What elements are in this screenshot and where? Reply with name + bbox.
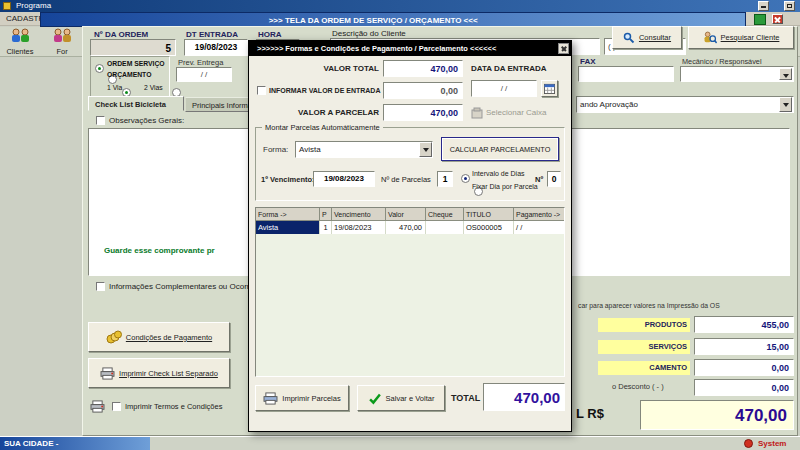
num-dias-field[interactable]: 0 xyxy=(547,171,561,187)
marcar-impressao-text: car para aparecer valores na Impressão d… xyxy=(578,302,720,309)
toolbar-clientes-label: Clientes xyxy=(2,47,38,56)
valor-total-label: VALOR TOTAL xyxy=(301,64,379,73)
termos-printer-icon xyxy=(90,400,105,413)
situacao-combo[interactable]: ando Aprovação xyxy=(576,96,794,113)
servicos-chip: SERVIÇOS xyxy=(598,340,690,354)
grid-header-titulo: TITULO xyxy=(464,208,514,221)
pesquisar-cliente-button[interactable]: Pesquisar Cliente xyxy=(688,26,794,49)
fax-label: FAX xyxy=(580,57,596,66)
parcelas-label: Nº de Parcelas xyxy=(381,175,431,184)
mecanico-combo[interactable] xyxy=(680,66,794,82)
calcular-parcelamento-label: CALCULAR PARCELAMENTO xyxy=(450,145,551,154)
fixar-dia-label: Fixar Dia por Parcela xyxy=(472,183,538,190)
via1-label: 1 Via xyxy=(107,84,122,91)
minimize-icon[interactable] xyxy=(758,1,769,11)
situacao-chevron-down-icon[interactable] xyxy=(779,97,792,112)
num-dias-label: Nº xyxy=(535,175,543,184)
entry-date-field[interactable]: 19/08/2023 xyxy=(184,39,248,56)
informar-entrada-label: INFORMAR VALOR DE ENTRADA xyxy=(269,87,380,94)
condicoes-pagamento-label: Condições de Pagamento xyxy=(126,333,212,342)
close-window-icon[interactable] xyxy=(772,14,783,24)
observacoes-checkbox[interactable] xyxy=(96,116,105,125)
modal-close-icon[interactable] xyxy=(558,43,569,54)
dt-entrada-label: DT ENTRADA xyxy=(186,30,238,39)
printer-icon xyxy=(100,367,115,380)
cell-pagamento: / / xyxy=(514,221,564,234)
produtos-value-field[interactable]: 455,00 xyxy=(694,316,794,333)
selecionar-caixa-button[interactable]: Selecionar Caixa xyxy=(471,104,567,121)
condicoes-pagamento-button[interactable]: Condições de Pagamento xyxy=(88,322,230,352)
status-bar: SUA CIDADE - System xyxy=(0,436,800,450)
status-city: SUA CIDADE - xyxy=(0,437,150,450)
salvar-voltar-button[interactable]: Salvar e Voltar xyxy=(357,385,445,411)
check-icon xyxy=(368,392,382,405)
desconto-value-field[interactable]: 0,00 xyxy=(694,379,794,396)
orcamento-label: ORÇAMENTO xyxy=(107,71,151,78)
consultar-button[interactable]: Consultar xyxy=(612,26,682,49)
toolbar-fornecedores-button[interactable]: For xyxy=(42,28,82,56)
person-search-icon xyxy=(703,31,717,44)
forma-combo[interactable]: Avista xyxy=(295,141,433,158)
valor-entrada-field[interactable]: 0,00 xyxy=(383,82,463,99)
cell-vencimento: 19/08/2023 xyxy=(332,221,386,234)
calendar-button[interactable] xyxy=(541,80,558,97)
chevron-down-icon[interactable] xyxy=(779,68,792,80)
intervalo-dias-radio[interactable] xyxy=(461,174,470,183)
modal-total-field: 470,00 xyxy=(483,383,565,411)
valor-parcelar-label: VALOR A PARCELAR xyxy=(291,108,379,117)
tab-check-list[interactable]: Check List Bicicleta xyxy=(88,96,184,111)
fax-field[interactable] xyxy=(578,66,674,82)
table-row[interactable]: Avista 1 19/08/2023 470,00 OS000005 / / xyxy=(256,221,564,234)
exit-door-icon[interactable] xyxy=(754,14,766,25)
produtos-chip: PRODUTOS xyxy=(598,318,690,332)
ordem-servico-label: ORDEM SERVIÇO xyxy=(107,60,165,67)
toolbar-fornecedores-label: For xyxy=(42,47,82,56)
informar-entrada-checkbox[interactable] xyxy=(257,86,266,95)
grid-header-cheque: Cheque xyxy=(426,208,464,221)
suppliers-people-icon xyxy=(50,28,74,43)
data-entrada-field[interactable]: / / xyxy=(471,80,537,97)
deslocamento-value-field[interactable]: 0,00 xyxy=(694,359,794,376)
cell-cheque xyxy=(426,221,464,234)
info-complementares-checkbox[interactable] xyxy=(96,282,105,291)
forma-chevron-down-icon[interactable] xyxy=(419,142,432,157)
valor-total-field[interactable]: 470,00 xyxy=(383,60,463,77)
total-rs-value-field: 470,00 xyxy=(640,400,794,430)
app-titlebar: Programa xyxy=(0,0,800,12)
maximize-icon[interactable] xyxy=(784,1,795,11)
app-icon xyxy=(3,2,11,10)
payment-modal-titlebar: >>>>>> Formas e Condições de Pagamento /… xyxy=(249,41,571,56)
imprimir-parcelas-button[interactable]: Imprimir Parcelas xyxy=(255,385,349,411)
desconto-label: o Desconto ( - ) xyxy=(612,382,664,391)
info-complementares-label: Informações Complementares ou Ocorrê xyxy=(109,282,254,291)
order-number-field[interactable]: 5 xyxy=(90,39,176,56)
forma-label: Forma: xyxy=(263,145,288,154)
calcular-parcelamento-button[interactable]: CALCULAR PARCELAMENTO xyxy=(441,137,559,161)
imprimir-parcelas-label: Imprimir Parcelas xyxy=(282,394,340,403)
cell-titulo: OS000005 xyxy=(464,221,514,234)
modal-total-label: TOTAL xyxy=(451,393,480,403)
magnifier-icon xyxy=(623,32,635,44)
ordem-servico-radio[interactable] xyxy=(95,64,104,73)
deslocamento-chip: CAMENTO xyxy=(598,361,690,375)
coins-icon xyxy=(106,330,122,344)
imprimir-checklist-button[interactable]: Imprimir Check List Separado xyxy=(88,358,230,388)
parcelas-field[interactable]: 1 xyxy=(437,171,453,187)
grid-header-vencimento: Vencimento xyxy=(332,208,386,221)
status-red-icon xyxy=(744,439,753,448)
termos-checkbox[interactable] xyxy=(112,402,121,411)
calendar-icon xyxy=(544,83,555,94)
prev-entrega-label: Prev. Entrega xyxy=(178,58,223,67)
parcelas-grid[interactable]: Forma -> P Vencimento Valor Cheque TITUL… xyxy=(255,207,565,377)
valor-parcelar-field[interactable]: 470,00 xyxy=(383,104,463,121)
vencimento-field[interactable]: 19/08/2023 xyxy=(313,171,375,187)
toolbar-clientes-button[interactable]: Clientes xyxy=(2,28,38,56)
hora-label: HORA xyxy=(258,30,282,39)
payment-modal: >>>>>> Formas e Condições de Pagamento /… xyxy=(248,40,572,432)
servicos-value-field[interactable]: 15,00 xyxy=(694,338,794,355)
intervalo-dias-label: Intervalo de Dias xyxy=(472,170,525,177)
cell-valor: 470,00 xyxy=(386,221,426,234)
consultar-label: Consultar xyxy=(639,33,671,42)
prev-entrega-field[interactable]: / / xyxy=(176,67,232,82)
application-window: Programa CADASTROS >>> TELA DA ORDEM DE … xyxy=(0,0,800,450)
